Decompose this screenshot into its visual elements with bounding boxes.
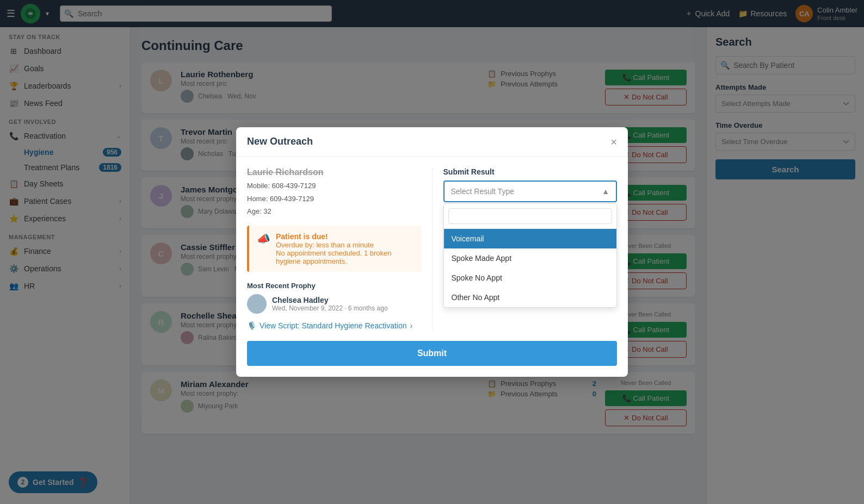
modal-left-section: Laurie Richardson Mobile: 608-439-7129 H… (247, 167, 433, 329)
prophy-detail-row: Chelsea Hadley Wed, November 9, 2022 · 6… (247, 294, 421, 314)
dropdown-option-spoke-no-appt[interactable]: Spoke No Appt (444, 268, 617, 288)
modal-mobile: Mobile: 608-439-7129 (247, 179, 421, 192)
prophy-section-title: Most Recent Prophy (247, 282, 421, 290)
prophy-person-info: Chelsea Hadley Wed, November 9, 2022 · 6… (272, 296, 388, 312)
dropdown-search-wrap (444, 204, 617, 229)
modal-patient-name: Laurie Richardson (247, 167, 421, 177)
modal-right-section: Submit Result Select Result Type ▲ Voice… (433, 167, 618, 329)
view-script-link[interactable]: 🎙️ View Script: Standard Hygiene Reactiv… (247, 321, 421, 330)
result-type-placeholder: Select Result Type (451, 187, 514, 196)
submit-result-label: Submit Result (443, 167, 618, 176)
alert-title: Patient is due! (276, 232, 414, 241)
modal-age: Age: 32 (247, 205, 421, 217)
patient-alert-box: 📣 Patient is due! Overdue by: less than … (247, 226, 421, 272)
dropdown-search-input[interactable] (448, 208, 613, 224)
modal-footer: Submit (236, 341, 628, 377)
prophy-person-name: Chelsea Hadley (272, 296, 388, 304)
alert-megaphone-icon: 📣 (257, 232, 270, 245)
alert-line1: Overdue by: less than a minute (276, 241, 414, 249)
alert-line2: No appointment scheduled. 1 broken hygie… (276, 249, 414, 265)
dropdown-option-voicemail[interactable]: Voicemail (444, 229, 617, 248)
dropdown-option-other-no-appt[interactable]: Other No Appt (444, 288, 617, 307)
modal-overlay: New Outreach × Laurie Richardson Mobile:… (0, 0, 864, 504)
microphone-icon: 🎙️ (247, 321, 256, 330)
submit-button[interactable]: Submit (247, 341, 617, 366)
prophy-person-avatar (247, 294, 267, 314)
modal-body: Laurie Richardson Mobile: 608-439-7129 H… (236, 157, 628, 340)
dropdown-option-spoke-made-appt[interactable]: Spoke Made Appt (444, 248, 617, 268)
result-type-dropdown-list: Voicemail Spoke Made Appt Spoke No Appt … (443, 203, 618, 308)
modal-header: New Outreach × (236, 127, 628, 157)
chevron-right-script-icon: › (410, 321, 413, 330)
view-script-label: View Script: Standard Hygiene Reactivati… (260, 321, 407, 330)
new-outreach-modal: New Outreach × Laurie Richardson Mobile:… (236, 127, 628, 376)
modal-close-button[interactable]: × (610, 136, 617, 147)
result-type-dropdown[interactable]: Select Result Type ▲ (443, 181, 618, 202)
modal-title: New Outreach (247, 136, 313, 147)
prophy-section: Most Recent Prophy Chelsea Hadley Wed, N… (247, 282, 421, 314)
chevron-up-icon: ▲ (602, 187, 609, 196)
result-type-dropdown-wrap: Select Result Type ▲ Voicemail Spoke Mad… (443, 181, 618, 308)
modal-home: Home: 609-439-7129 (247, 192, 421, 205)
prophy-person-date: Wed, November 9, 2022 · 6 months ago (272, 304, 388, 312)
